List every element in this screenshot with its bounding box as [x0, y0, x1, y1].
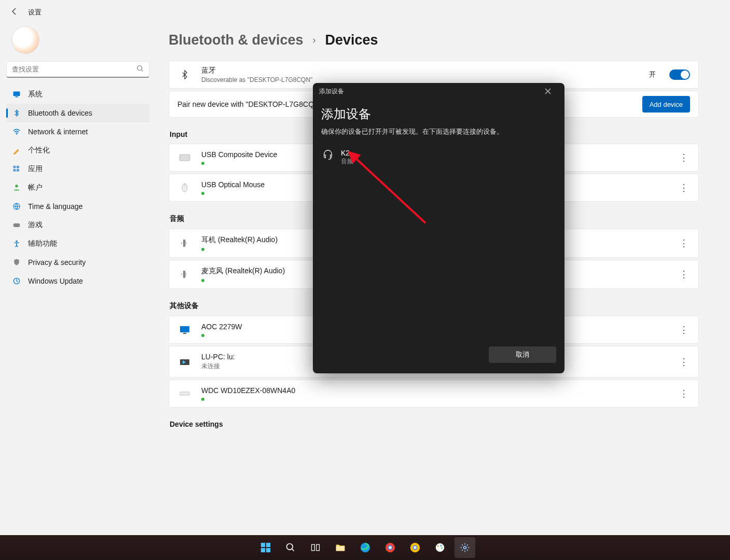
- svg-rect-16: [183, 240, 185, 247]
- device-icon: [177, 355, 192, 369]
- nav-item-wifi[interactable]: Network & internet: [6, 122, 149, 141]
- back-button[interactable]: [10, 7, 19, 17]
- svg-point-38: [414, 546, 417, 549]
- nav-item-apps[interactable]: 应用: [6, 160, 149, 178]
- nav-label: Time & language: [28, 202, 82, 211]
- device-name: 麦克风 (Realtek(R) Audio): [201, 267, 285, 276]
- bluetooth-toggle-label: 开: [649, 70, 656, 79]
- svg-rect-27: [266, 548, 270, 552]
- accessibility-icon: [12, 240, 21, 248]
- brush-icon: [12, 146, 21, 155]
- status-dot: [201, 192, 204, 195]
- section-device-settings: Device settings: [170, 420, 699, 428]
- nav-item-gamepad[interactable]: 游戏: [6, 216, 149, 234]
- update-icon: [12, 277, 21, 285]
- user-avatar[interactable]: [11, 26, 39, 54]
- device-icon: [177, 180, 192, 195]
- wifi-icon: [12, 128, 21, 136]
- add-device-dialog: 添加设备 添加设备 确保你的设备已打开并可被发现。在下面选择要连接的设备。 K2…: [313, 83, 564, 373]
- edge-icon[interactable]: [355, 537, 376, 558]
- svg-point-11: [16, 241, 17, 242]
- device-icon: [177, 386, 192, 401]
- svg-rect-13: [180, 155, 190, 161]
- svg-rect-31: [336, 546, 345, 551]
- more-options-button[interactable]: ⋮: [678, 269, 690, 280]
- monitor-icon: [12, 90, 21, 99]
- more-options-button[interactable]: ⋮: [678, 182, 690, 193]
- task-view-icon[interactable]: [305, 537, 326, 558]
- device-name: 耳机 (Realtek(R) Audio): [201, 235, 278, 245]
- device-name: USB Composite Device: [201, 150, 277, 159]
- discovered-device-k2[interactable]: K2 音频: [321, 146, 556, 169]
- nav-item-update[interactable]: Windows Update: [6, 272, 149, 290]
- search-input[interactable]: [12, 65, 136, 73]
- svg-point-28: [286, 544, 293, 550]
- svg-rect-24: [260, 543, 265, 547]
- svg-rect-10: [13, 223, 20, 227]
- status-dot: [201, 398, 204, 401]
- nav-label: Windows Update: [28, 277, 83, 285]
- globe-icon: [12, 202, 21, 211]
- taskbar-search-icon[interactable]: [280, 537, 301, 558]
- svg-point-35: [389, 546, 392, 549]
- more-options-button[interactable]: ⋮: [678, 388, 690, 399]
- device-name: WDC WD10EZEX-08WN4A0: [201, 386, 295, 395]
- chevron-right-icon: ›: [313, 35, 316, 46]
- nav-item-user[interactable]: 帐户: [6, 178, 149, 197]
- device-status-text: 未连接: [201, 362, 235, 371]
- apps-icon: [12, 165, 21, 173]
- file-explorer-icon[interactable]: [330, 537, 351, 558]
- device-icon: [177, 267, 192, 282]
- svg-point-41: [440, 545, 442, 547]
- dialog-cancel-button[interactable]: 取消: [489, 346, 556, 363]
- bluetooth-title: 蓝牙: [201, 66, 312, 75]
- paint-icon[interactable]: [430, 537, 450, 558]
- status-dot: [201, 279, 204, 282]
- nav-label: 系统: [28, 90, 43, 99]
- nav-label: Bluetooth & devices: [28, 109, 92, 117]
- svg-rect-17: [183, 271, 185, 278]
- breadcrumb: Bluetooth & devices › Devices: [169, 32, 699, 48]
- breadcrumb-current: Devices: [325, 32, 378, 48]
- more-options-button[interactable]: ⋮: [678, 324, 690, 335]
- svg-rect-6: [13, 169, 16, 172]
- nav-label: 辅助功能: [28, 239, 57, 248]
- svg-rect-30: [316, 544, 319, 551]
- nav-label: 帐户: [28, 183, 43, 192]
- nav-label: 应用: [28, 164, 43, 174]
- nav-item-monitor[interactable]: 系统: [6, 85, 149, 104]
- chrome-icon[interactable]: [380, 537, 401, 558]
- more-options-button[interactable]: ⋮: [678, 152, 690, 163]
- dialog-titlebar-text: 添加设备: [319, 87, 344, 96]
- device-type: 音频: [341, 157, 353, 166]
- bluetooth-toggle[interactable]: [669, 69, 690, 80]
- more-options-button[interactable]: ⋮: [678, 237, 690, 249]
- settings-taskbar-icon[interactable]: [454, 537, 475, 558]
- nav-item-brush[interactable]: 个性化: [6, 141, 149, 160]
- nav-item-shield[interactable]: Privacy & security: [6, 253, 149, 272]
- chrome-canary-icon[interactable]: [405, 537, 425, 558]
- nav-item-bluetooth[interactable]: Bluetooth & devices: [6, 104, 149, 122]
- dialog-description: 确保你的设备已打开并可被发现。在下面选择要连接的设备。: [321, 128, 556, 136]
- svg-point-39: [435, 543, 444, 552]
- headset-icon: [322, 149, 334, 162]
- svg-point-42: [441, 548, 443, 549]
- start-button[interactable]: [255, 537, 276, 558]
- bluetooth-icon: [177, 67, 192, 82]
- dialog-close-button[interactable]: [538, 84, 558, 99]
- svg-point-3: [16, 134, 17, 135]
- nav-label: 个性化: [28, 146, 50, 155]
- svg-point-0: [137, 65, 142, 70]
- device-name: LU-PC: lu:: [201, 353, 235, 361]
- search-input-container[interactable]: [6, 61, 149, 78]
- svg-rect-2: [16, 96, 18, 97]
- add-device-button[interactable]: Add device: [642, 96, 690, 113]
- svg-rect-25: [266, 543, 270, 547]
- breadcrumb-parent[interactable]: Bluetooth & devices: [169, 32, 304, 48]
- nav-item-accessibility[interactable]: 辅助功能: [6, 234, 149, 253]
- bluetooth-icon: [12, 109, 21, 117]
- nav-item-globe[interactable]: Time & language: [6, 197, 149, 216]
- device-icon: [177, 323, 192, 337]
- more-options-button[interactable]: ⋮: [678, 356, 690, 368]
- status-dot: [201, 334, 204, 337]
